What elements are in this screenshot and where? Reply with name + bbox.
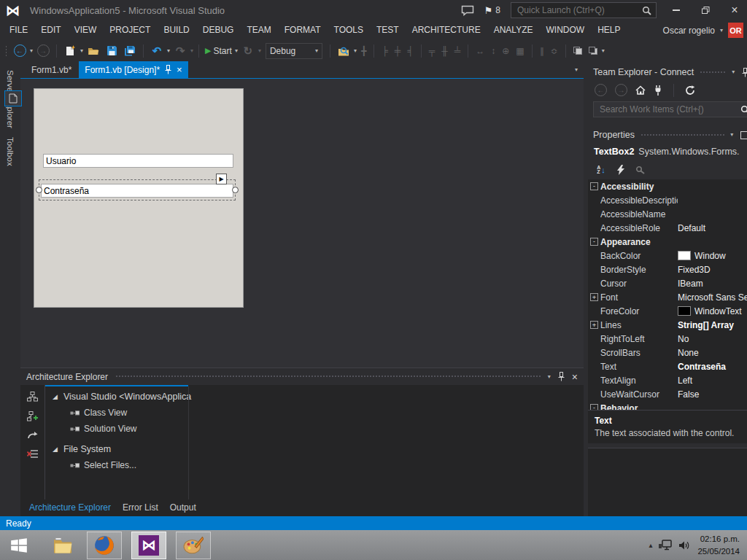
close-button[interactable]: × xyxy=(725,3,744,18)
property-pages-button[interactable] xyxy=(632,163,649,177)
menu-item-project[interactable]: PROJECT xyxy=(103,20,157,40)
property-row-righttoleft[interactable]: RightToLeftNo xyxy=(588,332,747,346)
selected-object-combobox[interactable]: TextBox2 System.Windows.Forms. ▾ xyxy=(588,143,747,160)
expand-icon[interactable]: + xyxy=(588,321,600,329)
new-file-button[interactable] xyxy=(62,42,78,60)
tree-expander-icon[interactable]: ◢ xyxy=(53,446,58,453)
property-row-usewaitcursor[interactable]: UseWaitCursorFalse xyxy=(588,387,747,401)
send-to-back-icon[interactable] xyxy=(589,47,597,55)
taskbar-clock[interactable]: 02:16 p.m. 25/05/2014 xyxy=(697,533,740,557)
home-icon[interactable] xyxy=(635,85,646,95)
property-row-textalign[interactable]: TextAlignLeft xyxy=(588,373,747,387)
events-button[interactable] xyxy=(613,163,629,177)
panel-drag-grip[interactable] xyxy=(700,71,726,74)
align-centers-icon[interactable]: ╪ xyxy=(392,47,403,55)
menu-item-test[interactable]: TEST xyxy=(370,20,406,40)
minimize-button[interactable] xyxy=(667,3,686,18)
start-button[interactable] xyxy=(0,530,38,560)
window-position-caret-icon[interactable]: ▾ xyxy=(732,69,735,75)
textbox-contrasena[interactable]: Contraseña xyxy=(41,184,233,198)
plus-box-icon[interactable]: + xyxy=(590,321,598,329)
property-row-accessibledescription[interactable]: AccessibleDescription xyxy=(588,193,747,207)
menu-item-build[interactable]: BUILD xyxy=(157,20,196,40)
window-position-caret-icon[interactable]: ▾ xyxy=(548,374,551,380)
property-row-font[interactable]: +FontMicrosoft Sans Serif xyxy=(588,290,747,304)
menu-item-edit[interactable]: EDIT xyxy=(34,20,67,40)
start-caret-icon[interactable]: ▾ xyxy=(235,48,238,54)
navigate-forward-button[interactable]: → xyxy=(35,42,51,60)
property-row-borderstyle[interactable]: BorderStyleFixed3D xyxy=(588,262,747,276)
quick-launch-input[interactable] xyxy=(516,4,638,16)
menu-item-debug[interactable]: DEBUG xyxy=(196,20,241,40)
property-value[interactable]: Contraseña xyxy=(678,362,747,372)
vertical-spacing-icon[interactable]: ≎ xyxy=(549,47,560,55)
textbox-usuario[interactable]: Usuario xyxy=(43,154,233,168)
property-value[interactable]: Fixed3D xyxy=(678,265,747,275)
solution-configuration-combobox[interactable]: Debug ▾ xyxy=(266,43,322,59)
quick-launch-box[interactable] xyxy=(511,2,657,18)
property-value[interactable]: IBeam xyxy=(678,279,747,289)
work-items-search-input[interactable] xyxy=(598,104,737,115)
network-icon[interactable] xyxy=(659,540,672,551)
property-row-scrollbars[interactable]: ScrollBarsNone xyxy=(588,346,747,359)
file-explorer-button[interactable] xyxy=(48,532,77,559)
align-to-grid-icon[interactable]: ╋ xyxy=(359,47,368,55)
undo-caret-icon[interactable]: ▾ xyxy=(167,48,170,54)
paint-button[interactable] xyxy=(176,532,211,559)
tree-item-class-view[interactable]: Class View xyxy=(45,405,584,421)
align-rights-icon[interactable]: ╡ xyxy=(405,47,416,55)
pin-icon[interactable] xyxy=(558,372,565,381)
align-bottoms-icon[interactable]: ╧ xyxy=(452,47,463,55)
property-value[interactable]: Microsoft Sans Serif xyxy=(678,292,747,303)
te-refresh-icon[interactable] xyxy=(685,85,695,96)
menu-item-analyze[interactable]: ANALYZE xyxy=(487,20,540,40)
visual-studio-button[interactable]: ⋈ xyxy=(131,532,166,559)
architecture-explorer-header[interactable]: Architecture Explorer ▾ × xyxy=(20,368,584,385)
menu-item-view[interactable]: VIEW xyxy=(68,20,104,40)
tree-group-file-system[interactable]: ◢File System xyxy=(45,441,584,457)
firefox-button[interactable] xyxy=(87,532,122,559)
redo-caret-icon[interactable]: ▾ xyxy=(190,48,193,54)
panel-drag-grip[interactable] xyxy=(115,375,541,378)
property-category-accessibility[interactable]: -Accessibility xyxy=(588,179,747,193)
expand-icon[interactable]: + xyxy=(588,293,600,301)
undo-button[interactable]: ↶ xyxy=(149,42,165,60)
bring-to-front-icon[interactable] xyxy=(573,47,582,55)
side-tab-toolbox[interactable]: Toolbox xyxy=(6,133,15,171)
property-row-text[interactable]: TextContraseña xyxy=(588,359,747,373)
property-value[interactable]: Window xyxy=(678,251,747,261)
collapse-icon[interactable]: - xyxy=(588,182,600,190)
restore-button[interactable] xyxy=(696,3,715,18)
account-caret-icon[interactable]: ▾ xyxy=(720,28,723,34)
float-window-icon[interactable] xyxy=(740,131,747,139)
property-value[interactable]: No xyxy=(678,334,747,344)
redo-button[interactable]: ↷ xyxy=(172,42,188,60)
work-items-search-box[interactable]: ▾ xyxy=(593,101,747,117)
tab-form1-design[interactable]: Form1.vb [Design]* × xyxy=(79,61,187,78)
properties-header[interactable]: Properties ▾ × xyxy=(588,127,747,143)
property-category-appearance[interactable]: -Appearance xyxy=(588,235,747,249)
resize-handle-left[interactable] xyxy=(36,187,42,193)
tree-group-visual-studio-windowsapplica[interactable]: ◢Visual Studio <WindowsApplica xyxy=(45,389,584,405)
menu-item-format[interactable]: FORMAT xyxy=(278,20,328,40)
smart-tag-button[interactable]: ▶ xyxy=(216,174,227,184)
plus-box-icon[interactable]: + xyxy=(590,293,598,301)
make-same-height-icon[interactable]: ↕ xyxy=(489,47,498,55)
save-button[interactable] xyxy=(104,42,120,60)
minus-box-icon[interactable]: - xyxy=(590,182,598,190)
collapse-icon[interactable]: - xyxy=(588,404,600,410)
tab-form1-code[interactable]: Form1.vb* xyxy=(24,61,79,78)
alphabetical-button[interactable]: AZ ↓ xyxy=(593,163,609,177)
feedback-icon[interactable] xyxy=(461,5,474,16)
size-to-grid-icon[interactable]: ▦ xyxy=(514,47,526,55)
tree-item-solution-view[interactable]: Solution View xyxy=(45,421,584,437)
property-value[interactable]: String[] Array xyxy=(678,320,747,330)
start-debug-button[interactable]: ▶ Start xyxy=(204,42,233,60)
align-middles-icon[interactable]: ╫ xyxy=(439,47,450,55)
align-tops-icon[interactable]: ╤ xyxy=(427,47,438,55)
bottom-tab-output[interactable]: Output xyxy=(164,499,202,516)
properties-view-button[interactable] xyxy=(4,90,22,106)
property-value[interactable]: None xyxy=(678,348,747,358)
window-position-caret-icon[interactable]: ▾ xyxy=(730,132,733,138)
tree-item-select-files[interactable]: Select Files... xyxy=(45,457,584,473)
